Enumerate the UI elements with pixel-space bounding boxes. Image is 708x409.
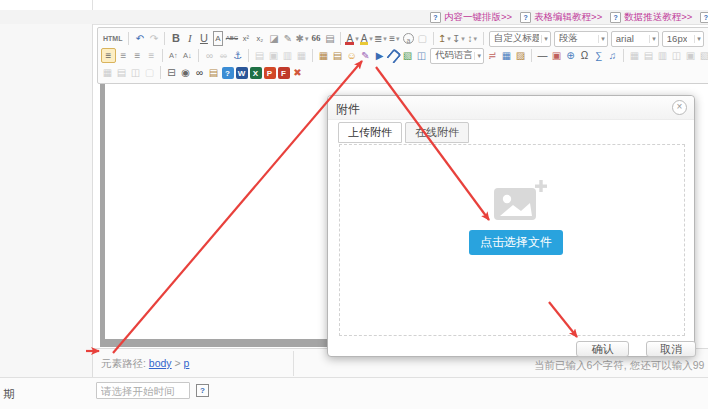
snapscreen-button[interactable]: ▤ [331,48,344,63]
emotion-button[interactable]: ☺ [345,48,358,63]
time-button[interactable]: ⊕ [564,48,577,63]
merge-cells-button[interactable]: ▣ [684,48,697,63]
preview-button[interactable]: ◉ [179,65,192,80]
chevron-down-icon: ▾ [355,31,359,46]
score-button[interactable]: ♫ [606,48,619,63]
redo-button[interactable]: ↷ [147,31,160,46]
kityformula-button[interactable]: ✖ [291,65,304,80]
blank-doc-button[interactable]: ▢ [416,31,429,46]
excel-import-button[interactable]: X [249,65,262,80]
table-op1-button[interactable]: ▦ [101,65,114,80]
help-icon[interactable]: ? [196,384,209,397]
format-painter-button[interactable]: ✎ [281,31,294,46]
confirm-button[interactable]: 确认 [576,341,629,357]
path-link-p[interactable]: p [184,357,190,369]
auto-typeset-button[interactable]: ✱▾ [295,31,308,46]
superscript-button[interactable]: x² [239,31,252,46]
table-op4-button[interactable]: ▢ [143,65,156,80]
undo-button[interactable]: ↶ [133,31,146,46]
select-file-button[interactable]: 点击选择文件 [469,230,563,255]
remove-format-button[interactable]: ◪ [267,31,280,46]
indent-button[interactable]: ↥▾ [438,31,451,46]
delete-table-button[interactable]: ▤ [642,48,655,63]
para-spacing-button[interactable]: ↧▾ [452,31,465,46]
line-height-button[interactable]: ↕▾ [466,31,479,46]
chart-button[interactable]: ▦ [500,48,513,63]
img-align-none-button[interactable]: ▦ [295,48,308,63]
insert-video-button[interactable]: ▶ [373,48,386,63]
font-color-button[interactable]: A▾ [345,31,358,46]
unlink-button[interactable]: ∞ [217,48,230,63]
underline-button[interactable]: U [197,31,210,46]
insert-map-button[interactable]: ▧ [401,48,414,63]
align-justify-button[interactable]: ≡ [145,48,158,63]
baidu-map-button[interactable]: ◫ [415,48,428,63]
search-replace-button[interactable]: ∞ [193,65,206,80]
source-button[interactable]: HTML [101,31,124,46]
print-button[interactable]: ⊟ [165,65,178,80]
subscript-button[interactable]: x₂ [253,31,266,46]
path-link-body[interactable]: body [149,357,172,369]
template-button[interactable]: ▨ [514,48,527,63]
align-right-button[interactable]: ≡ [131,48,144,63]
ppt-import-button[interactable]: P [263,65,276,80]
img-align-center-button[interactable]: ▣ [267,48,280,63]
img-align-left-button[interactable]: ▤ [253,48,266,63]
pdf-import-button[interactable]: F [277,65,290,80]
dialog-header[interactable]: 附件 × [328,96,694,120]
img-align-right-button[interactable]: ▥ [281,48,294,63]
anchor-button[interactable]: ⚓ [231,48,244,63]
link-button[interactable]: ∞ [203,48,216,63]
paragraph-select[interactable]: 段落▾ [554,31,608,47]
horizontal-rule-button[interactable]: — [536,48,549,63]
font-family-select[interactable]: arial▾ [611,31,659,47]
ordered-list-button[interactable]: ≣▾ [374,31,387,46]
tutorial-link[interactable]: ?表格编辑教程>> [520,11,602,24]
date-button[interactable]: ▣ [550,48,563,63]
custom-title-select[interactable]: 自定义标题▾ [489,31,551,47]
case-upper-button[interactable]: A↑ [167,48,180,63]
split-cell-button[interactable]: ▧ [698,48,708,63]
help-button[interactable]: ? [221,65,234,80]
chevron-down-icon: ▾ [369,31,373,46]
tutorial-link[interactable]: ?数据推送教程>> [610,11,692,24]
paste-button[interactable]: ▤ [207,65,220,80]
align-center-button[interactable]: ≡ [117,48,130,63]
insert-row-button[interactable]: ▥ [656,48,669,63]
insert-table-button[interactable]: ▦ [628,48,641,63]
attachment-button[interactable] [387,48,400,63]
cancel-button[interactable]: 取消 [646,341,696,357]
code-language-select[interactable]: 代码语言▾ [430,48,484,64]
unordered-list-button[interactable]: ≡▾ [388,31,401,46]
special-char-button[interactable]: Ω [578,48,591,63]
upload-drop-area[interactable]: 点击选择文件 [339,144,685,336]
strikethrough-button[interactable]: ABC [225,31,238,46]
editor-toolbar: HTML↶↷BIUAABCx²x₂◪✎✱▾66▤A▾A▾≣▾≡▾a▢↥▾↧▾↕▾… [97,27,708,84]
border-text-button[interactable]: A [211,31,224,46]
formula-button[interactable]: ∑ [592,48,605,63]
italic-button[interactable]: I [183,31,196,46]
close-icon[interactable]: × [672,100,687,115]
format-doc-button[interactable]: ▤ [323,31,336,46]
tutorial-link[interactable]: ?编辑 [700,11,708,24]
start-time-input[interactable] [96,382,190,399]
insert-col-button[interactable]: ◫ [670,48,683,63]
font-size-select[interactable]: 16px▾ [662,31,704,47]
toolbar-separator [531,49,532,62]
chevron-down-icon: ▾ [541,35,548,43]
circle-list-button[interactable]: a [402,31,415,46]
tutorial-link[interactable]: ?内容一键排版>> [430,11,512,24]
insert-image-button[interactable]: ▦ [317,48,330,63]
bold-button[interactable]: B [169,31,182,46]
highlight-color-button[interactable]: A▾ [360,31,373,46]
align-left-button[interactable]: ≡ [101,48,116,63]
tab-online-attachment[interactable]: 在线附件 [405,122,469,143]
tab-upload-attachment[interactable]: 上传附件 [338,122,402,143]
table-op3-button[interactable]: ◫ [129,65,142,80]
blockquote-button[interactable]: 66 [309,31,322,46]
scrawl-button[interactable]: ✎ [359,48,372,63]
table-op2-button[interactable]: ▤ [115,65,128,80]
case-lower-button[interactable]: A↓ [181,48,194,63]
word-import-button[interactable]: W [235,65,248,80]
insert-code-button[interactable]: ≓ [486,48,499,63]
